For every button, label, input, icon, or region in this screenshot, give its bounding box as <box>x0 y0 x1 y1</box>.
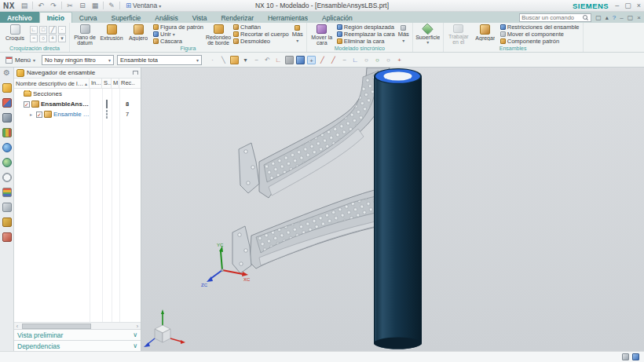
cylinder-part[interactable] <box>374 68 422 349</box>
expander-icon[interactable]: ▸ <box>30 112 35 117</box>
gear-icon[interactable]: ⚙ <box>3 68 10 78</box>
format-icon[interactable]: ✎ <box>107 2 116 9</box>
save-icon[interactable]: ▤ <box>20 2 29 9</box>
minimize-button[interactable]: – <box>615 2 619 9</box>
chaflan-button[interactable]: Chaflán <box>233 24 289 31</box>
viewport-canvas[interactable]: YC XC ZC <box>141 68 644 351</box>
scrollbar-thumb[interactable] <box>22 324 91 329</box>
undo-icon[interactable]: ↶ <box>36 2 46 9</box>
croquis-button[interactable]: Croquis <box>2 24 28 45</box>
measure-icon[interactable]: ∟ <box>274 56 283 64</box>
mover-componente-button[interactable]: Mover el componente <box>500 31 580 38</box>
cascara-button[interactable]: Cáscara <box>153 38 203 45</box>
shaded-view-icon[interactable] <box>285 56 294 64</box>
command-search[interactable] <box>519 13 591 22</box>
figura-patron-button[interactable]: Figura de patrón <box>153 24 203 31</box>
recortar-cuerpo-button[interactable]: Recortar el cuerpo <box>233 31 289 38</box>
sketch-profile-icon[interactable]: ∟ <box>30 26 38 34</box>
column-modified[interactable]: M <box>112 79 119 88</box>
selection-scope-combo[interactable]: Ensamble tota ▾ <box>117 55 202 65</box>
select-icon[interactable]: ╲ <box>219 56 228 64</box>
copy-icon[interactable]: ⊟ <box>78 2 87 9</box>
dependencies-panel-header[interactable]: Dependencias ∨ <box>14 340 141 351</box>
assembly-navigator-icon[interactable] <box>2 83 12 93</box>
doc-restore-button[interactable]: ▢ <box>628 14 634 21</box>
web-browser-icon[interactable] <box>2 158 12 167</box>
selection-filter-combo[interactable]: No hay ningún filtro ▾ <box>42 55 114 65</box>
agregar-button[interactable]: Agregar <box>472 24 499 45</box>
system-materials-icon[interactable] <box>2 218 12 227</box>
scroll-left-icon[interactable]: ‹ <box>14 324 20 329</box>
sketch-slash-tool-icon[interactable]: ╱ <box>329 56 338 64</box>
column-info[interactable]: In... <box>90 79 102 88</box>
cut-icon[interactable]: ✂ <box>65 2 75 9</box>
graphics-window[interactable]: YC XC ZC <box>141 68 644 351</box>
undock-icon[interactable] <box>133 71 138 75</box>
tree-row-secciones[interactable]: Secciones <box>14 89 141 99</box>
touch-mode-icon[interactable]: ▢ <box>595 14 602 21</box>
search-input[interactable] <box>521 14 583 21</box>
rotate-icon[interactable]: ↶ <box>263 56 272 64</box>
tab-inicio[interactable]: Inicio <box>39 12 72 23</box>
desmoldeo-button[interactable]: Desmoldeo <box>233 38 289 45</box>
mover-cara-button[interactable]: Mover la cara <box>309 24 335 45</box>
sketch-line-icon[interactable]: ╱ <box>49 26 57 34</box>
paste-icon[interactable]: ▦ <box>90 2 100 9</box>
background-tasks-icon[interactable] <box>632 353 639 360</box>
sketch-line-tool-icon[interactable]: ╱ <box>318 56 327 64</box>
tab-herramientas[interactable]: Herramientas <box>261 12 315 23</box>
history-icon[interactable] <box>2 173 12 182</box>
window-menu-button[interactable]: ⊞ Ventana ▾ <box>123 2 163 9</box>
plus-tool-icon[interactable]: + <box>395 56 404 64</box>
constraint-navigator-icon[interactable] <box>2 98 12 108</box>
part-navigator-icon[interactable] <box>2 113 12 122</box>
sincronico-mas-button[interactable]: Más ▾ <box>397 24 411 45</box>
trabajar-ensamble-button[interactable]: Trabajar en el ensamble <box>445 24 472 45</box>
agujero-button[interactable]: Agujero <box>125 24 152 45</box>
preview-panel-header[interactable]: Vista preliminar ∨ <box>14 329 141 340</box>
tree-row-ensamble-ansys[interactable]: ✓ EnsambleAnsysLBS (O... 8 <box>14 99 141 109</box>
tab-archivo[interactable]: Archivo <box>0 12 39 23</box>
tab-superficie[interactable]: Superficie <box>104 12 148 23</box>
figura-mas-button[interactable]: Más ▾ <box>291 24 305 45</box>
superficie-button[interactable]: Superficie ▾ <box>415 24 441 45</box>
sketch-rectangle-icon[interactable]: □ <box>39 26 47 34</box>
tab-curva[interactable]: Curva <box>72 12 104 23</box>
tab-analisis[interactable]: Análisis <box>148 12 185 23</box>
component-checkbox[interactable]: ✓ <box>36 112 42 118</box>
extrusion-button[interactable]: Extrusión <box>98 24 125 45</box>
chevron-down-icon[interactable]: ▾ <box>241 56 250 64</box>
palette-icon[interactable] <box>2 188 12 197</box>
pan-icon[interactable]: ~ <box>252 56 261 64</box>
snap-point-icon[interactable]: · <box>208 56 217 64</box>
scroll-right-icon[interactable]: › <box>134 324 141 329</box>
redondeo-borde-button[interactable]: Redondeo de borde <box>205 24 232 45</box>
doc-close-button[interactable]: × <box>637 14 641 21</box>
sketch-overflow-icon[interactable]: ▾ <box>58 35 66 42</box>
minimize-ribbon-icon[interactable]: ▴ <box>606 14 609 21</box>
tab-aplicacion[interactable]: Aplicación <box>315 12 360 23</box>
column-count[interactable]: Rec... <box>119 79 135 88</box>
arc-tool-icon[interactable]: ○ <box>362 56 371 64</box>
sketch-circle-icon[interactable]: ○ <box>39 35 47 42</box>
sketch-spline-icon[interactable]: ~ <box>30 35 38 42</box>
circle-tool-icon[interactable]: ○ <box>384 56 393 64</box>
unir-button[interactable]: Unir ▾ <box>153 31 203 38</box>
restore-button[interactable]: ▢ <box>624 2 631 9</box>
datum-csys-icon[interactable] <box>230 56 239 64</box>
eliminar-cara-button[interactable]: Eliminar la cara <box>337 38 395 45</box>
curve-tool-icon[interactable]: ~ <box>340 56 349 64</box>
reemplazar-cara-button[interactable]: Reemplazar la cara <box>337 31 395 38</box>
touch-explorer-icon[interactable] <box>2 232 12 242</box>
sketch-point-icon[interactable]: + <box>49 35 57 42</box>
column-save[interactable]: S... <box>102 79 112 88</box>
horizontal-scrollbar[interactable]: ‹ › <box>14 322 141 329</box>
alerts-icon[interactable] <box>622 353 629 360</box>
reuse-library-icon[interactable] <box>2 128 12 137</box>
tab-renderizar[interactable]: Renderizar <box>214 12 261 23</box>
roles-icon[interactable] <box>2 203 12 212</box>
column-name[interactable]: Nombre descriptivo de la pi... ▴ <box>14 79 90 88</box>
region-desplazada-button[interactable]: Región desplazada <box>337 24 395 31</box>
plano-datum-button[interactable]: Plano de datum <box>71 24 98 45</box>
orient-view-icon[interactable]: + <box>307 56 316 64</box>
